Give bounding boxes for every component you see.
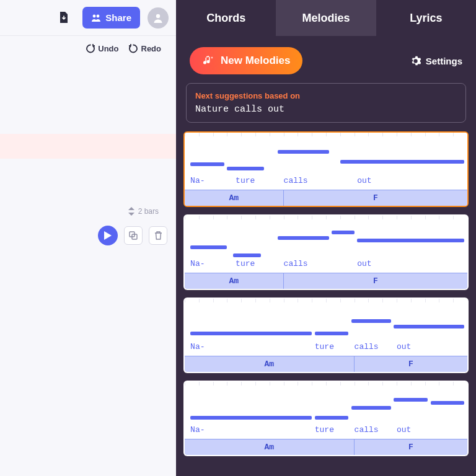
undo-redo-bar: Undo Redo [0,36,176,61]
syllable: Na- [190,176,205,185]
note [190,245,227,249]
editor-pane: Share Undo Redo 2 bars [0,0,176,476]
melody-card[interactable]: Na-turecallsoutAmF [183,131,469,207]
syllable: calls [284,176,308,185]
note [351,319,391,323]
bars-control[interactable]: 2 bars [128,207,159,216]
chord-cell: F [355,439,467,455]
chord-cell: F [284,190,467,206]
note [357,239,464,242]
avatar[interactable] [148,7,169,29]
syllable: calls [284,259,308,268]
suggestion-text: Nature calls out [195,104,457,115]
syllable: Na- [190,342,205,351]
syllable: ture [315,425,334,434]
syllable: out [397,425,411,434]
chord-row: AmF [185,356,467,372]
new-melodies-button[interactable]: New Melodies [190,47,302,74]
piano-roll: Na-turecallsout [185,299,467,356]
gear-icon [410,56,421,66]
undo-button[interactable]: Undo [86,44,118,53]
svg-point-1 [97,14,100,17]
note [315,416,349,420]
tab-lyrics[interactable]: Lyrics [376,0,476,36]
syllable: Na- [190,259,205,268]
play-button[interactable] [98,226,118,245]
suggestion-label: Next suggestions based on [195,91,457,100]
share-button[interactable]: Share [82,7,140,29]
syllable-row: Na-turecallsout [185,342,467,353]
chord-row: AmF [185,273,467,289]
syllable: calls [355,342,379,351]
piano-roll: Na-turecallsout [185,382,467,439]
chord-row: AmF [185,190,467,206]
tabs: Chords Melodies Lyrics [176,0,476,36]
note [278,236,328,240]
undo-icon [86,44,95,53]
chord-cell: Am [185,273,284,289]
suggestions-panel: Chords Melodies Lyrics New Melodies Sett… [176,0,476,476]
note [190,332,312,335]
selection-strip [0,134,176,159]
suggestion-context: Next suggestions based on Nature calls o… [186,83,466,123]
editor-body: 2 bars [0,61,176,476]
note [315,332,349,335]
syllable: ture [236,259,255,268]
svg-point-0 [93,14,96,17]
chord-cell: Am [185,190,284,206]
people-icon [91,14,101,22]
copy-button[interactable] [124,226,143,245]
copy-icon [129,231,138,240]
melody-cards: Na-turecallsoutAmFNa-turecallsoutAmFNa-t… [176,131,476,456]
piano-roll: Na-turecallsout [185,133,467,190]
melody-card[interactable]: Na-turecallsoutAmF [183,298,469,373]
melody-card[interactable]: Na-turecallsoutAmF [183,214,469,290]
syllable: ture [236,176,255,185]
panel-head: New Melodies Settings [176,36,476,83]
topbar: Share [0,0,176,36]
syllable: calls [355,425,379,434]
note [394,398,428,402]
syllable-row: Na-turecallsout [185,259,467,270]
chord-cell: Am [185,356,355,372]
download-icon[interactable] [53,7,75,29]
syllable-row: Na-turecallsout [185,425,467,436]
chord-cell: Am [185,439,355,455]
redo-icon [129,44,138,53]
note [340,160,465,164]
note [431,401,465,405]
chord-row: AmF [185,439,467,455]
share-label: Share [105,12,131,23]
play-row [98,226,167,245]
svg-point-2 [156,14,160,17]
syllable: out [397,342,411,351]
play-icon [104,231,112,240]
delete-button[interactable] [149,226,167,245]
note [227,167,263,170]
piano-roll: Na-turecallsout [185,216,467,273]
tab-chords[interactable]: Chords [176,0,276,36]
chord-cell: F [355,356,467,372]
syllable: out [357,259,371,268]
chord-cell: F [284,273,467,289]
note [233,253,262,257]
note [332,231,354,234]
syllable-row: Na-turecallsout [185,176,467,187]
syllable: out [357,176,371,185]
syllable: ture [315,342,334,351]
tab-melodies[interactable]: Melodies [276,0,376,36]
note [190,416,312,420]
note [351,406,391,410]
note [394,325,464,328]
melody-card[interactable]: Na-turecallsoutAmF [183,381,469,456]
note [190,162,224,166]
syllable: Na- [190,425,205,434]
trash-icon [154,231,162,240]
settings-button[interactable]: Settings [410,56,462,66]
note [278,150,328,154]
redo-button[interactable]: Redo [129,44,162,53]
music-sparkle-icon [202,55,214,66]
sort-icon [128,207,134,216]
